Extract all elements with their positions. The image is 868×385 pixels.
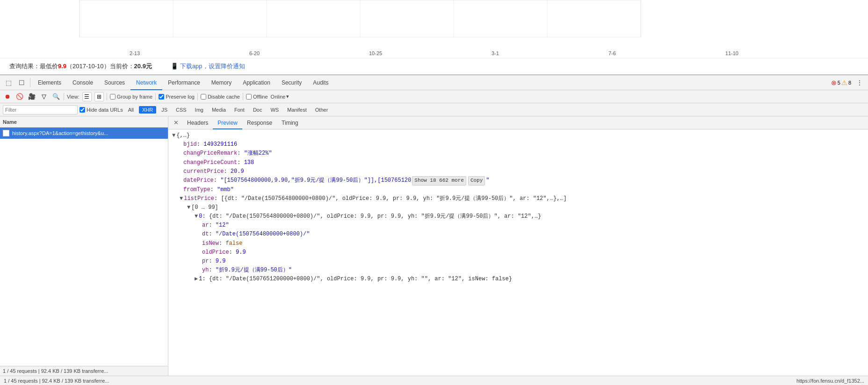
filter-type-img[interactable]: Img bbox=[192, 106, 207, 114]
json-line-fromtype[interactable]: fromType: "mmb" bbox=[168, 185, 868, 194]
tab-performance[interactable]: Performance bbox=[162, 75, 206, 90]
hide-data-urls-checkbox[interactable] bbox=[80, 107, 85, 113]
record-button[interactable]: ⏺ bbox=[3, 92, 12, 101]
online-dropdown[interactable]: Online ▾ bbox=[271, 93, 289, 100]
hide-data-urls-label[interactable]: Hide data URLs bbox=[80, 107, 123, 113]
chart-label-5: 7-6 bbox=[608, 50, 616, 56]
requests-pane: Name history.aspx?DA=1&action=gethistory… bbox=[0, 116, 168, 376]
tab-preview[interactable]: Preview bbox=[213, 116, 242, 129]
network-toolbar: ⏺ 🚫 🎥 ▽ 🔍 View: ☰ ⊞ Group by frame Prese… bbox=[0, 90, 868, 103]
filter-type-media[interactable]: Media bbox=[209, 106, 229, 114]
group-by-frame-label[interactable]: Group by frame bbox=[110, 94, 152, 100]
requests-footer: 1 / 45 requests | 92.4 KB / 139 KB trans… bbox=[0, 366, 168, 376]
dropdown-arrow-icon: ▾ bbox=[286, 93, 289, 100]
group-by-frame-checkbox[interactable] bbox=[110, 94, 116, 100]
json-line-dt[interactable]: dt: "/Date(1507564800000+0800)/" bbox=[168, 230, 868, 239]
tab-network[interactable]: Network bbox=[130, 75, 162, 90]
disable-cache-label[interactable]: Disable cache bbox=[201, 94, 240, 100]
json-line-isnew[interactable]: isNew: false bbox=[168, 239, 868, 248]
view-label: View: bbox=[67, 94, 80, 100]
tab-security[interactable]: Security bbox=[276, 75, 307, 90]
chart-label-6: 11-10 bbox=[725, 50, 738, 56]
json-line-ar[interactable]: ar: "12" bbox=[168, 221, 868, 230]
json-line-pr[interactable]: pr: 9.9 bbox=[168, 257, 868, 266]
device-toolbar-icon[interactable]: ☐ bbox=[15, 76, 28, 89]
tab-memory[interactable]: Memory bbox=[206, 75, 237, 90]
list-item[interactable]: history.aspx?DA=1&action=gethistory&u... bbox=[0, 128, 168, 139]
camera-button[interactable]: 🎥 bbox=[27, 92, 36, 101]
json-line-item1[interactable]: ▶ 1: {dt: "/Date(1507651200000+0800)/", … bbox=[168, 275, 868, 284]
json-line-oldprice[interactable]: oldPrice: 9.9 bbox=[168, 248, 868, 257]
filter-type-other[interactable]: Other bbox=[312, 106, 332, 114]
filter-type-css[interactable]: CSS bbox=[173, 106, 190, 114]
show-more-button[interactable]: Show 18 662 more bbox=[412, 176, 466, 185]
filter-type-manifest[interactable]: Manifest bbox=[284, 106, 310, 114]
offline-checkbox[interactable] bbox=[246, 94, 252, 100]
status-url: https://fon.fensu.cn/d_f1352... bbox=[796, 378, 864, 384]
devtools-panel: ⬚ ☐ Elements Console Sources Network Per… bbox=[0, 75, 868, 385]
filter-type-doc[interactable]: Doc bbox=[250, 106, 266, 114]
filter-type-all[interactable]: All bbox=[125, 106, 137, 114]
json-preview[interactable]: ▼ {,…} bjid: 1493291116 changPriceRemark… bbox=[168, 129, 868, 376]
filter-input-wrap bbox=[3, 105, 78, 114]
expand-icon-root[interactable]: ▼ bbox=[172, 131, 175, 140]
warning-icon: ⚠ bbox=[841, 79, 847, 86]
tab-sources[interactable]: Sources bbox=[99, 75, 130, 90]
expand-icon-item1[interactable]: ▶ bbox=[195, 275, 198, 284]
expand-icon-listprice[interactable]: ▼ bbox=[180, 194, 183, 203]
filter-type-font[interactable]: Font bbox=[231, 106, 248, 114]
status-left: 1 / 45 requests | 92.4 KB / 139 KB trans… bbox=[4, 378, 109, 384]
json-line-range[interactable]: ▼ [0 … 99] bbox=[168, 203, 868, 212]
filter-input[interactable] bbox=[5, 107, 75, 113]
query-result-bar: 查询结果：最低价9.9（2017-10-10）当前价：20.9元 📱下载app，… bbox=[0, 58, 868, 74]
offline-label[interactable]: Offline bbox=[246, 94, 268, 100]
json-line-changepricecount[interactable]: changePriceCount: 138 bbox=[168, 158, 868, 167]
copy-button[interactable]: Copy bbox=[468, 176, 485, 185]
json-line-yh[interactable]: yh: "折9.9元/提（满99-50后）" bbox=[168, 266, 868, 275]
detail-tabs: ✕ Headers Preview Response Timing bbox=[168, 116, 868, 129]
inspect-element-icon[interactable]: ⬚ bbox=[2, 76, 15, 89]
stop-button[interactable]: 🚫 bbox=[15, 92, 24, 101]
json-line-changpriceremark[interactable]: changPriceRemark: "涨幅22%" bbox=[168, 149, 868, 158]
tab-timing[interactable]: Timing bbox=[277, 116, 303, 129]
chart-labels: 2-13 6-20 10-25 3-1 7-6 11-10 bbox=[0, 49, 868, 58]
more-options-icon[interactable]: ⋮ bbox=[853, 76, 866, 89]
mobile-icon: 📱 bbox=[171, 63, 178, 70]
tab-headers[interactable]: Headers bbox=[182, 116, 213, 129]
toolbar-sep-5 bbox=[243, 93, 243, 100]
panel-body: Name history.aspx?DA=1&action=gethistory… bbox=[0, 116, 868, 376]
filter-bar: Hide data URLs All XHR JS CSS Img Media … bbox=[0, 103, 868, 116]
json-line-dateprice[interactable]: datePrice: "[1507564800000,9.90,"折9.9元/提… bbox=[168, 176, 868, 185]
filter-button[interactable]: ▽ bbox=[39, 92, 49, 101]
json-line-currentprice[interactable]: currentPrice: 20.9 bbox=[168, 167, 868, 176]
tab-application[interactable]: Application bbox=[237, 75, 276, 90]
filter-type-js[interactable]: JS bbox=[158, 106, 171, 114]
tab-console[interactable]: Console bbox=[67, 75, 99, 90]
json-line-root[interactable]: ▼ {,…} bbox=[168, 131, 868, 140]
search-button[interactable]: 🔍 bbox=[51, 92, 61, 101]
toolbar-sep-1 bbox=[64, 93, 64, 100]
tab-audits[interactable]: Audits bbox=[307, 75, 334, 90]
json-line-item0[interactable]: ▼ 0: {dt: "/Date(1507564800000+0800)/", … bbox=[168, 212, 868, 221]
expand-icon-range[interactable]: ▼ bbox=[187, 203, 190, 212]
preserve-log-checkbox[interactable] bbox=[159, 94, 164, 100]
view-detail-icon[interactable]: ⊞ bbox=[94, 92, 104, 101]
devtools-tab-bar: ⬚ ☐ Elements Console Sources Network Per… bbox=[0, 75, 868, 90]
expand-icon-item0[interactable]: ▼ bbox=[195, 212, 198, 221]
view-list-icon[interactable]: ☰ bbox=[82, 92, 92, 101]
json-line-listprice[interactable]: ▼ listPrice: [{dt: "/Date(1507564800000+… bbox=[168, 194, 868, 203]
disable-cache-checkbox[interactable] bbox=[201, 94, 206, 100]
tab-elements[interactable]: Elements bbox=[32, 75, 67, 90]
close-detail-icon[interactable]: ✕ bbox=[171, 118, 181, 128]
request-name: history.aspx?DA=1&action=gethistory&u... bbox=[12, 130, 108, 136]
filter-type-ws[interactable]: WS bbox=[267, 106, 282, 114]
filter-type-xhr[interactable]: XHR bbox=[139, 106, 156, 114]
json-line-bjid[interactable]: bjid: 1493291116 bbox=[168, 140, 868, 149]
preserve-log-label[interactable]: Preserve log bbox=[159, 94, 195, 100]
error-icon: ⊗ bbox=[831, 79, 837, 86]
tab-separator-1 bbox=[30, 78, 30, 87]
app-download-link[interactable]: 📱下载app，设置降价通知 bbox=[171, 62, 245, 71]
top-content-area: 2-13 6-20 10-25 3-1 7-6 11-10 查询结果：最低价9.… bbox=[0, 0, 868, 75]
tab-response[interactable]: Response bbox=[242, 116, 277, 129]
status-bar: 1 / 45 requests | 92.4 KB / 139 KB trans… bbox=[0, 376, 868, 385]
